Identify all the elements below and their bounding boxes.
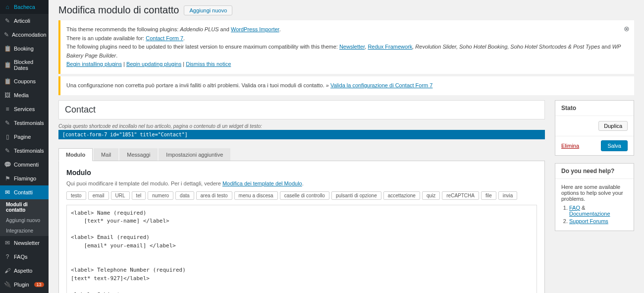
testimonials-icon: ✎ xyxy=(4,119,11,126)
articoli-icon: ✎ xyxy=(4,17,11,24)
delete-link[interactable]: Elimina xyxy=(561,143,579,149)
sidebar-item-coupons[interactable]: 📋Coupons xyxy=(0,74,49,88)
status-box: Stato Duplica Elimina Salva xyxy=(555,100,634,156)
sidebar-item-label: Contatti xyxy=(14,189,33,195)
blocked-dates-icon: 📋 xyxy=(4,61,11,68)
tag-button-URL[interactable]: URL xyxy=(111,191,130,200)
sidebar-item-label: Newsletter xyxy=(14,240,40,246)
sidebar-item-label: Testimonials xyxy=(14,148,44,154)
template-edit-link[interactable]: Modifica dei template del Modulo xyxy=(222,180,302,186)
sidebar-item-label: Coupons xyxy=(14,78,36,84)
aspetto-icon: 🖌 xyxy=(4,267,11,274)
submenu-item-aggiungi-nuovo[interactable]: Aggiungi nuovo xyxy=(0,215,49,226)
begin-installing-link[interactable]: Begin installing plugins xyxy=(66,61,122,67)
sidebar-item-label: Booking xyxy=(14,46,34,52)
sidebar-item-contatti[interactable]: ✉Contatti xyxy=(0,185,49,199)
tab-impostazioni-aggiuntive[interactable]: Impostazioni aggiuntive xyxy=(159,148,230,161)
sidebar-item-aspetto[interactable]: 🖌Aspetto xyxy=(0,264,49,278)
media-icon: 🖼 xyxy=(4,92,11,99)
tag-button-data[interactable]: data xyxy=(175,191,194,200)
tag-button-caselle-di-controllo[interactable]: caselle di controllo xyxy=(280,191,329,200)
sidebar-item-faqs[interactable]: ?FAQs xyxy=(0,250,49,264)
tag-button-accettazione[interactable]: accettazione xyxy=(383,191,420,200)
submenu-item-moduli-di-contatto[interactable]: Moduli di contatto xyxy=(0,199,49,215)
tag-generator-buttons: testoemailURLtelnumerodataarea di testom… xyxy=(66,191,537,200)
sidebar-item-media[interactable]: 🖼Media xyxy=(0,88,49,102)
sidebar-item-services[interactable]: ≡Services xyxy=(0,102,49,116)
status-box-title: Stato xyxy=(555,101,634,116)
tag-button-numero[interactable]: numero xyxy=(148,191,173,200)
sidebar-item-plugin[interactable]: 🔌Plugin13 xyxy=(0,278,49,292)
shortcode-hint: Copia questo shortcode ed incollalo nel … xyxy=(58,123,545,129)
validate-config-link[interactable]: Valida la configurazione di Contact Form… xyxy=(330,82,432,88)
sidebar-item-testimonials[interactable]: ✎Testimonials xyxy=(0,144,49,158)
sidebar-item-label: Plugin xyxy=(14,282,29,288)
flamingo-icon: ⚑ xyxy=(4,175,11,182)
tag-button-file[interactable]: file xyxy=(481,191,496,200)
newsletter-link[interactable]: Newsletter xyxy=(339,44,365,50)
sidebar-item-label: Flamingo xyxy=(14,176,36,181)
sidebar-item-commenti[interactable]: 💬Commenti xyxy=(0,158,49,172)
form-title-input[interactable] xyxy=(58,100,545,119)
newsletter-icon: ✉ xyxy=(4,239,11,246)
tab-messaggi[interactable]: Messaggi xyxy=(119,148,158,161)
redux-framework-link[interactable]: Redux Framework xyxy=(368,44,412,50)
sidebar-item-label: Articoli xyxy=(14,18,30,24)
sidebar-item-newsletter[interactable]: ✉Newsletter xyxy=(0,236,49,250)
sidebar-item-booking[interactable]: 📋Booking xyxy=(0,42,49,56)
wordpress-importer-link[interactable]: WordPress Importer xyxy=(231,26,279,32)
sidebar-item-pagine[interactable]: ▯Pagine xyxy=(0,130,49,144)
begin-updating-link[interactable]: Begin updating plugins xyxy=(126,61,181,67)
admin-sidebar: ⌂Bacheca✎Articoli✎Accomodation📋Booking📋B… xyxy=(0,0,49,293)
sidebar-item-label: Aspetto xyxy=(14,268,32,274)
submenu-item-integrazione[interactable]: Integrazione xyxy=(0,226,49,236)
shortcode-box[interactable]: [contact-form-7 id="1851" title="Contact… xyxy=(58,130,545,139)
booking-icon: 📋 xyxy=(4,45,11,52)
contatti-icon: ✉ xyxy=(4,189,11,196)
tag-button-pulsanti-di-opzione[interactable]: pulsanti di opzione xyxy=(331,191,381,200)
tab-modulo[interactable]: Modulo xyxy=(58,148,93,161)
sidebar-item-blocked-dates[interactable]: 📋Blocked Dates xyxy=(0,56,49,74)
help-box-title: Do you need help? xyxy=(555,164,634,179)
config-validation-notice: Una configurazione non corretta può port… xyxy=(58,76,634,95)
sidebar-item-label: Services xyxy=(14,106,35,112)
tag-button-reCAPTCHA[interactable]: reCAPTCHA xyxy=(442,191,479,200)
faq-link[interactable]: FAQ xyxy=(569,205,580,211)
docs-link[interactable]: Documentazione xyxy=(569,211,610,217)
notice-dismiss[interactable]: ⊗ xyxy=(622,23,631,32)
save-button[interactable]: Salva xyxy=(601,140,628,151)
services-icon: ≡ xyxy=(4,106,11,113)
sidebar-item-accomodation[interactable]: ✎Accomodation xyxy=(0,28,49,42)
tab-mail[interactable]: Mail xyxy=(94,148,118,161)
tag-button-menu-a-discesa[interactable]: menu a discesa xyxy=(234,191,278,200)
help-box: Do you need help? Here are some availabl… xyxy=(555,163,634,231)
sidebar-item-flamingo[interactable]: ⚑Flamingo xyxy=(0,172,49,185)
sidebar-item-label: Commenti xyxy=(14,162,39,168)
commenti-icon: 💬 xyxy=(4,161,11,168)
sidebar-item-articoli[interactable]: ✎Articoli xyxy=(0,14,49,28)
duplicate-button[interactable]: Duplica xyxy=(598,121,628,131)
sidebar-item-testimonials[interactable]: ✎Testimonials xyxy=(0,116,49,130)
sidebar-item-label: FAQs xyxy=(14,254,28,260)
tag-button-tel[interactable]: tel xyxy=(132,191,146,200)
tag-button-email[interactable]: email xyxy=(88,191,109,200)
count-badge: 13 xyxy=(34,282,44,287)
add-new-button[interactable]: Aggiungi nuovo xyxy=(184,5,232,15)
tag-button-area-di-testo[interactable]: area di testo xyxy=(196,191,232,200)
sidebar-item-label: Testimonials xyxy=(14,120,44,126)
sidebar-item-label: Pagine xyxy=(14,134,31,140)
tag-button-testo[interactable]: testo xyxy=(66,191,86,200)
sidebar-item-bacheca[interactable]: ⌂Bacheca xyxy=(0,0,49,14)
sidebar-item-label: Media xyxy=(14,92,29,98)
contact-form-7-update-link[interactable]: Contact Form 7 xyxy=(146,35,183,41)
sidebar-item-label: Accomodation xyxy=(12,32,47,38)
coupons-icon: 📋 xyxy=(4,78,11,85)
form-template-textarea[interactable] xyxy=(66,205,537,293)
tag-button-quiz[interactable]: quiz xyxy=(422,191,440,200)
dismiss-notice-link[interactable]: Dismiss this notice xyxy=(186,61,231,67)
support-forums-link[interactable]: Support Forums xyxy=(569,218,608,224)
accomodation-icon: ✎ xyxy=(4,31,9,38)
tag-button-invia[interactable]: invia xyxy=(498,191,518,200)
panel-heading: Modulo xyxy=(66,169,537,176)
main-content: Modifica modulo di contatto Aggiungi nuo… xyxy=(49,0,644,293)
